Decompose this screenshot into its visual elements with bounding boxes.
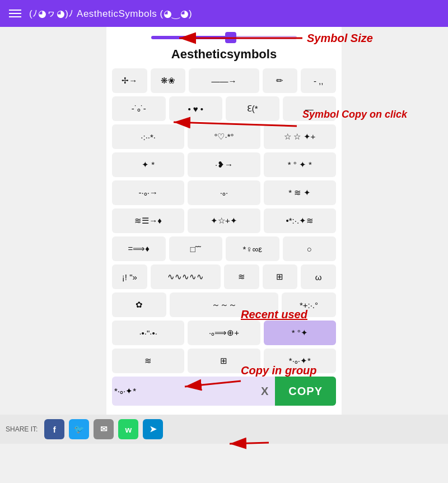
symbol-btn[interactable]: • ♥ • [169, 96, 223, 121]
symbol-row-7: =⟹♦ □˜˜ *♀∞ε ○ [106, 236, 342, 261]
twitter-share-button[interactable]: 🐦 [69, 419, 89, 439]
symbol-btn[interactable]: - ,, [301, 68, 336, 93]
symbol-btn[interactable]: -·ₒ·→ [112, 180, 184, 205]
menu-button[interactable] [9, 10, 21, 17]
symbol-row-3: ·:··*· °♡·*° ☆ ☆ ✦+ [106, 124, 342, 149]
symbol-btn[interactable]: ○ [283, 236, 337, 261]
symbol-btn[interactable]: *♀∞ε [226, 236, 279, 261]
symbol-row-1: ✢→ ❋❀ ——→ ✏ - ,, [106, 68, 342, 93]
symbol-row-9: ✿ ～～～ *+:·.° [106, 292, 342, 317]
symbol-btn[interactable]: * ≋ ✦ [264, 180, 336, 205]
symbol-row-6: ≋☰→♦ ✦☆+✦ •*:·.✦≋ [106, 208, 342, 233]
share-bar: SHARE IT: f 🐦 ✉ w ➤ [0, 415, 448, 444]
symbol-btn[interactable]: ≋☰→♦ [112, 208, 184, 233]
symbol-btn[interactable]: ❋❀ [151, 68, 186, 93]
whatsapp-share-button[interactable]: w [118, 419, 138, 439]
symbol-btn[interactable]: ✿ [112, 292, 166, 317]
symbol-btn[interactable]: ·ₒ· [188, 180, 260, 205]
facebook-share-button[interactable]: f [44, 419, 64, 439]
copy-bar: *·ₒ·✦* X COPY [112, 377, 336, 406]
recent-used-row: ≋ ⊞ *·ₒ·✦* [106, 349, 342, 373]
app-header: (ﾉ◕ヮ◕)ﾉ AestheticSymbols (◕‿◕) [0, 0, 448, 27]
symbol-btn[interactable]: ·•·"·•· [112, 321, 184, 345]
symbol-row-5: -·ₒ·→ ·ₒ· * ≋ ✦ [106, 180, 342, 205]
symbol-btn[interactable]: ¡! "» [112, 264, 147, 289]
symbol-btn[interactable]: Ɛ(* [226, 96, 279, 121]
email-share-button[interactable]: ✉ [94, 419, 114, 439]
symbol-btn[interactable]: ——→ [189, 68, 259, 93]
symbol-row-4: ✦ * ·❥→ * ° ✦ * [106, 152, 342, 177]
symbol-btn[interactable]: ∿∿∿∿∿ [151, 264, 221, 289]
symbol-row-8: ¡! "» ∿∿∿∿∿ ≋ ⊞ ω [106, 264, 342, 289]
symbol-btn[interactable]: *+:·.° [282, 292, 336, 317]
symbol-btn[interactable]: ≋ [224, 264, 259, 289]
symbol-btn[interactable]: ✏ [263, 68, 298, 93]
symbol-row-2: -˙ₒ˙- • ♥ • Ɛ(* — [106, 96, 342, 121]
symbol-btn[interactable]: -˙ₒ˙- [112, 96, 166, 121]
symbol-btn[interactable]: •*:·.✦≋ [264, 208, 336, 233]
symbol-btn[interactable]: ω [301, 264, 336, 289]
symbol-btn[interactable]: ✢→ [112, 68, 147, 93]
telegram-share-button[interactable]: ➤ [143, 419, 163, 439]
symbol-btn[interactable]: ～～～ [170, 292, 278, 317]
symbol-btn[interactable]: ·ₒ⟹⊕+ [188, 321, 260, 345]
main-content: Aestheticsymbols ✢→ ❋❀ ——→ ✏ - ,, -˙ₒ˙- … [106, 27, 342, 415]
symbol-btn[interactable]: ·:··*· [112, 124, 184, 149]
symbol-btn[interactable]: =⟹♦ [112, 236, 166, 261]
symbol-btn[interactable]: * ° ✦ * [264, 152, 336, 177]
symbol-btn[interactable]: ·❥→ [188, 152, 260, 177]
share-label: SHARE IT: [6, 425, 38, 433]
symbol-row-10: ·•·"·•· ·ₒ⟹⊕+ * °✦ [106, 321, 342, 345]
recent-symbol-btn[interactable]: ⊞ [188, 349, 260, 373]
symbol-btn[interactable]: ✦ * [112, 152, 184, 177]
selected-text-display: *·ₒ·✦* [112, 384, 254, 398]
header-title: (ﾉ◕ヮ◕)ﾉ AestheticSymbols (◕‿◕) [29, 8, 192, 20]
symbol-btn[interactable]: °♡·*° [188, 124, 260, 149]
recent-symbol-btn[interactable]: ≋ [112, 349, 184, 373]
symbol-btn[interactable]: — [283, 96, 337, 121]
slider-area [106, 27, 342, 44]
symbol-btn[interactable]: □˜˜ [169, 236, 223, 261]
symbol-btn[interactable]: ⊞ [263, 264, 298, 289]
copy-button[interactable]: COPY [275, 377, 336, 406]
recent-symbol-btn[interactable]: *·ₒ·✦* [264, 349, 336, 373]
app-title: Aestheticsymbols [106, 44, 342, 68]
symbol-btn[interactable]: ✦☆+✦ [188, 208, 260, 233]
symbol-btn[interactable]: ☆ ☆ ✦+ [264, 124, 336, 149]
clear-button[interactable]: X [254, 380, 275, 402]
symbol-btn[interactable]: * °✦ [264, 321, 336, 345]
symbol-size-slider[interactable] [151, 36, 297, 39]
